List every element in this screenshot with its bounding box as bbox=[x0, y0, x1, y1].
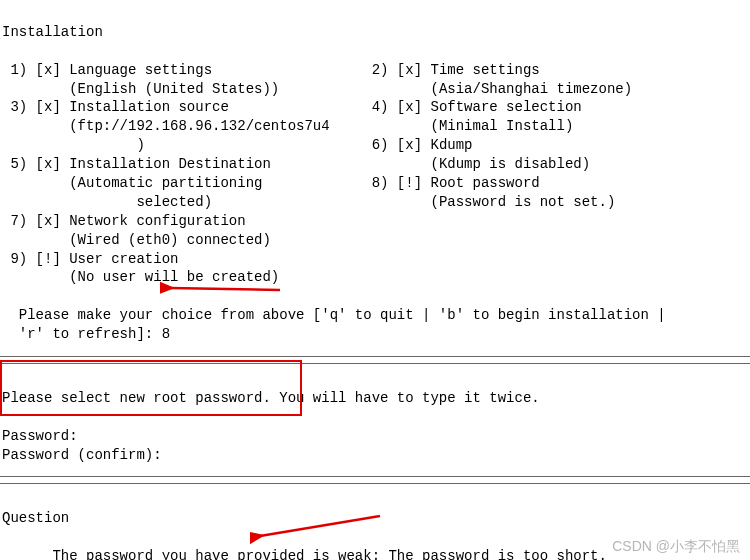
terminal-screen: Installation 1) [x] Language settings (E… bbox=[0, 0, 750, 348]
divider bbox=[0, 476, 750, 477]
watermark: CSDN @小李不怕黑 bbox=[612, 537, 740, 556]
password-label: Password: bbox=[2, 428, 78, 444]
menu-grid: 1) [x] Language settings (English (Unite… bbox=[2, 61, 748, 288]
password-heading: Please select new root password. You wil… bbox=[2, 390, 540, 406]
question-line: The password you have provided is weak: … bbox=[2, 548, 607, 560]
page-title: Installation bbox=[2, 24, 103, 40]
choice-prompt: Please make your choice from above ['q' … bbox=[2, 307, 666, 342]
divider bbox=[0, 356, 750, 357]
question-heading: Question bbox=[2, 510, 69, 526]
menu-right-column: 2) [x] Time settings (Asia/Shanghai time… bbox=[363, 61, 699, 288]
choice-input[interactable]: 8 bbox=[162, 326, 170, 342]
divider bbox=[0, 363, 750, 364]
password-section: Please select new root password. You wil… bbox=[0, 366, 750, 468]
menu-left-column: 1) [x] Language settings (English (Unite… bbox=[2, 61, 363, 288]
divider bbox=[0, 483, 750, 484]
password-confirm-label: Password (confirm): bbox=[2, 447, 162, 463]
